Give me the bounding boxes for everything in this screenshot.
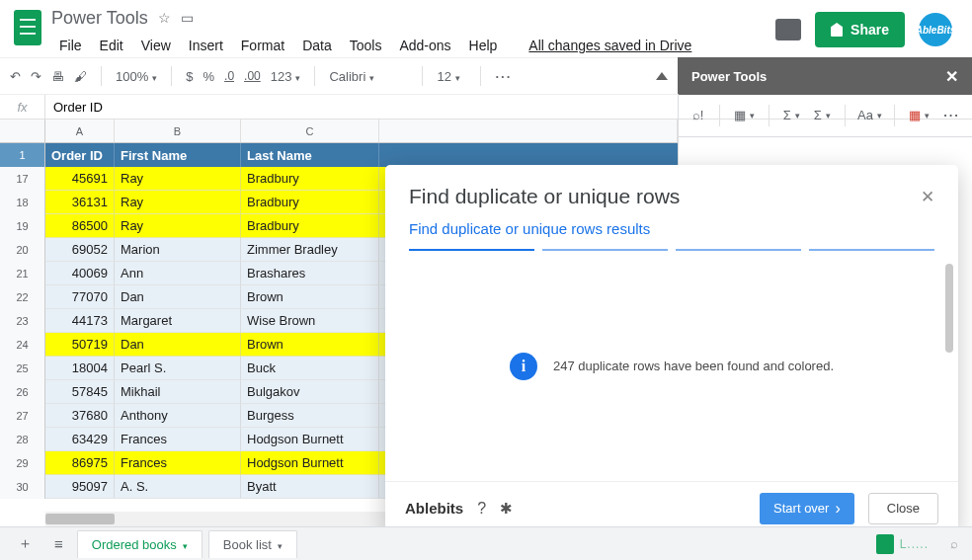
menu-data[interactable]: Data [294,34,340,57]
formula-bar[interactable] [45,95,678,119]
drive-save-status[interactable]: All changes saved in Drive [521,34,699,57]
cell[interactable]: Burgess [241,404,379,428]
dialog-subtitle[interactable]: Find duplicate or unique rows results [385,218,958,249]
header-cell[interactable]: Last Name [241,143,379,167]
cell[interactable]: Zimmer Bradley [241,238,379,262]
menu-edit[interactable]: Edit [92,34,131,57]
cell[interactable]: 44173 [45,309,115,333]
dialog-close-icon[interactable]: ✕ [921,187,934,207]
header-cell[interactable]: Order ID [45,143,115,167]
decrease-decimal-button[interactable]: .0 [224,69,234,83]
cell[interactable]: Bradbury [241,214,379,238]
cell[interactable]: Frances [115,428,241,451]
cell[interactable]: 86975 [45,451,115,475]
row-header[interactable]: 19 [0,214,45,238]
star-icon[interactable]: ☆ [158,10,171,26]
row-header[interactable]: 26 [0,380,45,404]
row-header[interactable]: 23 [0,309,45,333]
document-title[interactable]: Power Tools [51,8,148,29]
row-header[interactable]: 21 [0,262,45,285]
cell[interactable]: 69052 [45,238,115,262]
cell[interactable]: Hodgson Burnett [241,451,379,475]
menu-view[interactable]: View [133,34,179,57]
sidebar-close-icon[interactable]: ✕ [945,67,958,86]
print-icon[interactable]: 🖶 [51,69,64,84]
menu-addons[interactable]: Add-ons [391,34,458,57]
sheet-tab-book-list[interactable]: Book list [208,530,297,558]
font-select[interactable]: Calibri [329,69,408,84]
row-header[interactable]: 30 [0,475,45,499]
collapse-toolbar-icon[interactable] [656,72,668,80]
percent-button[interactable]: % [202,69,214,84]
redo-icon[interactable]: ↷ [31,69,41,84]
row-header[interactable]: 1 [0,143,45,167]
dialog-scrollbar[interactable] [945,254,955,475]
toolbar-more-icon[interactable]: ··· [495,69,512,84]
comments-icon[interactable] [775,19,801,40]
row-header[interactable]: 20 [0,238,45,262]
cell[interactable]: Margaret [115,309,241,333]
all-sheets-icon[interactable]: ≡ [46,529,71,558]
cell[interactable]: 63429 [45,428,115,451]
cell[interactable]: 77070 [45,285,115,309]
start-over-button[interactable]: Start over [760,493,854,524]
cell[interactable]: Bulgakov [241,380,379,404]
font-size-select[interactable]: 12 [437,69,466,84]
cell[interactable]: Brashares [241,262,379,285]
cell[interactable]: Mikhail [115,380,241,404]
cell[interactable]: Ray [115,167,241,191]
cell[interactable]: 45691 [45,167,115,191]
undo-icon[interactable]: ↶ [10,69,21,84]
cell[interactable]: Frances [115,451,241,475]
row-header[interactable]: 22 [0,285,45,309]
add-sheet-icon[interactable]: ＋ [10,528,40,559]
number-format-button[interactable]: 123 [271,69,301,84]
currency-button[interactable]: $ [186,69,193,84]
cell[interactable]: 57845 [45,380,115,404]
row-header[interactable]: 29 [0,451,45,475]
row-header[interactable]: 24 [0,333,45,357]
cell[interactable]: 40069 [45,262,115,285]
bug-icon[interactable]: ✱ [500,500,513,518]
header-cell[interactable]: First Name [115,143,241,167]
column-header-a[interactable]: A [45,120,115,142]
menu-help[interactable]: Help [461,34,506,57]
move-icon[interactable]: ▭ [181,10,194,26]
close-button[interactable]: Close [868,493,938,524]
row-header[interactable]: 27 [0,404,45,428]
cell[interactable]: Dan [115,285,241,309]
cell[interactable]: Wise Brown [241,309,379,333]
row-header[interactable]: 25 [0,357,45,380]
cell[interactable]: Byatt [241,475,379,499]
row-header[interactable]: 17 [0,167,45,191]
paint-format-icon[interactable]: 🖌 [74,69,87,84]
select-all-corner[interactable] [0,120,45,142]
cell[interactable]: 50719 [45,333,115,357]
cell[interactable]: 18004 [45,357,115,380]
cell[interactable]: Hodgson Burnett [241,428,379,451]
help-icon[interactable]: ? [477,500,486,518]
bottom-search-icon[interactable]: ⌕ [950,536,958,551]
cell[interactable]: Marion [115,238,241,262]
menu-file[interactable]: File [51,34,90,57]
row-header[interactable]: 18 [0,191,45,214]
cell[interactable]: Brown [241,285,379,309]
cell[interactable]: Pearl S. [115,357,241,380]
cell[interactable]: 95097 [45,475,115,499]
cell[interactable]: A. S. [115,475,241,499]
sheets-logo[interactable] [8,8,47,47]
column-header-b[interactable]: B [115,120,241,142]
cell[interactable]: 37680 [45,404,115,428]
increase-decimal-button[interactable]: .00 [244,69,261,83]
cell[interactable]: 36131 [45,191,115,214]
explore-icon[interactable] [876,534,894,554]
cell[interactable]: Ann [115,262,241,285]
cell[interactable]: Bradbury [241,167,379,191]
cell[interactable]: Bradbury [241,191,379,214]
menu-format[interactable]: Format [233,34,292,57]
sheet-tab-ordered-books[interactable]: Ordered books [77,530,202,558]
cell[interactable]: Dan [115,333,241,357]
zoom-select[interactable]: 100% [116,69,157,84]
row-header[interactable]: 28 [0,428,45,451]
cell[interactable]: Ray [115,214,241,238]
